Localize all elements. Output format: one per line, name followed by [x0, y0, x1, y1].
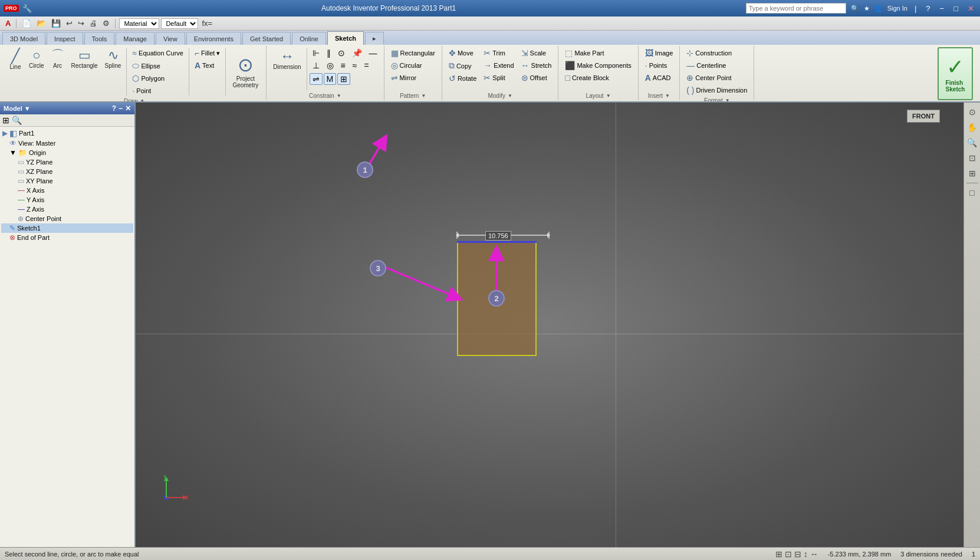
- star-icon[interactable]: ★: [864, 5, 870, 12]
- constrain-collinear[interactable]: ∥: [324, 47, 334, 59]
- tool-center-point[interactable]: ⊕ Center Point: [683, 72, 750, 84]
- tool-rectangular[interactable]: ▦ Rectangular: [388, 47, 438, 59]
- tree-xz-plane[interactable]: ▭ XZ Plane: [1, 167, 133, 176]
- tab-online[interactable]: Online: [292, 32, 326, 45]
- tool-dimension[interactable]: ↔ Dimension: [270, 47, 304, 72]
- constrain-tangent[interactable]: ≡: [338, 60, 348, 71]
- tab-manage[interactable]: Manage: [116, 32, 154, 45]
- qa-redo[interactable]: ↪: [76, 18, 86, 28]
- rt-pan[interactable]: ✋: [965, 120, 979, 134]
- constrain-dropdown-arrow[interactable]: ▼: [337, 93, 341, 98]
- layout-dropdown-arrow[interactable]: ▼: [606, 93, 611, 98]
- close-button[interactable]: ✕: [965, 4, 976, 13]
- help-icon[interactable]: ?: [923, 4, 932, 13]
- format-dropdown-arrow[interactable]: ▼: [725, 98, 730, 103]
- constrain-concentric[interactable]: ⊙: [335, 47, 348, 59]
- tab-tools[interactable]: Tools: [84, 32, 115, 45]
- tab-inspect[interactable]: Inspect: [47, 32, 83, 45]
- tree-xy-plane[interactable]: ▭ XY Plane: [1, 176, 133, 186]
- qa-undo[interactable]: ↩: [64, 18, 74, 28]
- rt-zoom-window[interactable]: ⊡: [965, 151, 979, 165]
- tool-equation-curve[interactable]: ≈ Equation Curve: [129, 47, 186, 59]
- tool-trim[interactable]: ✂ Trim: [481, 47, 517, 59]
- tool-offset[interactable]: ⊜ Offset: [518, 72, 555, 84]
- tool-centerline[interactable]: — Centerline: [683, 60, 750, 71]
- tool-spline[interactable]: ∿ Spline: [102, 47, 124, 71]
- rt-front-view[interactable]: □: [965, 186, 979, 200]
- constrain-special[interactable]: ⊞: [337, 73, 350, 85]
- tool-text[interactable]: A Text: [192, 60, 223, 71]
- qa-new[interactable]: 📄: [20, 18, 33, 28]
- tool-ellipse[interactable]: ⬭ Ellipse: [129, 60, 186, 72]
- tool-fillet[interactable]: ⌐ Fillet ▾: [192, 47, 223, 59]
- rt-zoom[interactable]: 🔍: [965, 136, 979, 150]
- tool-split[interactable]: ✂ Split: [481, 72, 517, 84]
- tool-arc[interactable]: ⌒ Arc: [48, 47, 67, 71]
- tool-extend[interactable]: → Extend: [481, 60, 517, 71]
- constrain-fix[interactable]: 📌: [349, 47, 365, 59]
- tool-make-components[interactable]: ⬛ Make Components: [562, 60, 634, 71]
- constrain-horizontal[interactable]: —: [366, 47, 380, 59]
- tool-construction[interactable]: ⊹ Construction: [683, 47, 750, 59]
- tool-acad[interactable]: A ACAD: [642, 72, 676, 84]
- tree-view-master[interactable]: 👁 View: Master: [1, 139, 133, 148]
- tool-scale[interactable]: ⇲ Scale: [518, 47, 555, 59]
- constrain-midpoint[interactable]: M: [324, 73, 337, 85]
- tab-environments[interactable]: Environments: [186, 32, 241, 45]
- tree-center-point[interactable]: ⊕ Center Point: [1, 214, 133, 223]
- tool-circular-pattern[interactable]: ◎ Circular: [388, 60, 438, 71]
- status-icon-h[interactable]: ↔: [810, 549, 818, 559]
- tree-yz-plane[interactable]: ▭ YZ Plane: [1, 157, 133, 167]
- qa-open[interactable]: 📂: [35, 18, 48, 28]
- qa-options[interactable]: ⚙: [101, 18, 111, 28]
- modify-dropdown-arrow[interactable]: ▼: [508, 93, 512, 98]
- constrain-perpendicular[interactable]: ⊥: [310, 60, 323, 71]
- browser-minimize-button[interactable]: −: [119, 104, 123, 113]
- tool-make-part[interactable]: ⬚ Make Part: [562, 47, 634, 59]
- tree-sketch1[interactable]: ✎ Sketch1: [1, 223, 133, 233]
- status-icon-v[interactable]: ↕: [804, 549, 808, 559]
- search-icon[interactable]: 🔍: [851, 5, 859, 12]
- qa-save[interactable]: 💾: [50, 18, 63, 28]
- tool-rotate[interactable]: ↺ Rotate: [446, 73, 479, 84]
- tool-rectangle[interactable]: ▭ Rectangle: [68, 47, 101, 71]
- tab-view[interactable]: View: [156, 32, 185, 45]
- constrain-coincident[interactable]: ⊩: [310, 47, 323, 59]
- tree-part1[interactable]: ▶ ◧ Part1: [1, 128, 133, 139]
- pattern-dropdown-arrow[interactable]: ▼: [421, 93, 426, 98]
- tool-stretch[interactable]: ↔ Stretch: [518, 60, 555, 71]
- tab-3dmodel[interactable]: 3D Model: [2, 32, 45, 45]
- minimize-button[interactable]: −: [938, 4, 947, 13]
- browser-filter-icon[interactable]: ⊞: [2, 116, 9, 125]
- browser-search-icon[interactable]: 🔍: [12, 116, 22, 125]
- tree-end-of-part[interactable]: ⊗ End of Part: [1, 233, 133, 242]
- constrain-smooth[interactable]: ≈: [350, 60, 360, 71]
- insert-dropdown-arrow[interactable]: ▼: [665, 93, 670, 98]
- maximize-button[interactable]: □: [951, 4, 961, 13]
- tool-image[interactable]: 🖼 Image: [642, 47, 676, 59]
- tree-x-axis[interactable]: — X Axis: [1, 186, 133, 195]
- status-icon-snap[interactable]: ⊡: [785, 549, 792, 559]
- canvas-area[interactable]: FRONT 10.756: [136, 103, 963, 547]
- draw-dropdown-arrow[interactable]: ▼: [140, 98, 144, 103]
- qa-fx[interactable]: fx=: [200, 18, 214, 28]
- tree-y-axis[interactable]: — Y Axis: [1, 195, 133, 205]
- tool-point[interactable]: · Point: [129, 85, 186, 97]
- default-dropdown[interactable]: Default: [161, 18, 198, 29]
- status-icon-ortho[interactable]: ⊟: [794, 549, 801, 559]
- tool-polygon[interactable]: ⬡ Polygon: [129, 73, 186, 84]
- material-dropdown[interactable]: Material: [119, 18, 159, 29]
- tool-copy[interactable]: ⧉ Copy: [446, 60, 479, 72]
- tool-points[interactable]: · Points: [642, 60, 676, 71]
- browser-close-button[interactable]: ✕: [125, 104, 131, 113]
- user-icon[interactable]: 👤: [874, 5, 883, 12]
- rt-fit[interactable]: ⊞: [965, 166, 979, 180]
- tool-create-block[interactable]: □ Create Block: [562, 72, 634, 84]
- tool-line[interactable]: ╱ Line: [6, 47, 25, 72]
- constrain-symmetric[interactable]: ⇌: [310, 73, 323, 85]
- tool-mirror[interactable]: ⇌ Mirror: [388, 72, 438, 84]
- sign-in-label[interactable]: Sign In: [887, 5, 907, 12]
- tab-sketch[interactable]: Sketch: [327, 31, 364, 45]
- tool-project-geometry[interactable]: ⊙ ProjectGeometry: [228, 47, 262, 97]
- tree-origin[interactable]: ▼ 📁 Origin: [1, 148, 133, 157]
